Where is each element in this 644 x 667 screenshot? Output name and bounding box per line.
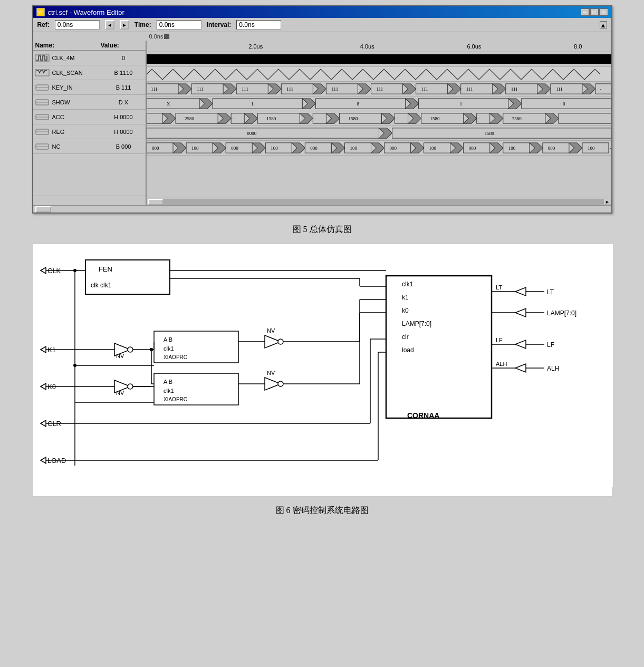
time-label-6us: 6.0us <box>467 43 481 50</box>
svg-text:1580: 1580 <box>266 117 276 122</box>
svg-rect-46 <box>147 99 199 109</box>
svg-text:LOAD: LOAD <box>47 457 66 465</box>
minimize-button[interactable]: ─ <box>581 8 589 16</box>
signal-row-clkscan: CLK_SCAN B 1110 <box>33 65 146 80</box>
svg-text:2580: 2580 <box>185 117 195 122</box>
panel-header: Name: Value: <box>33 41 146 51</box>
svg-text:LAMP[7:0]: LAMP[7:0] <box>547 310 576 317</box>
show-wave: X 1 8 1 0 <box>147 96 611 111</box>
svg-rect-105 <box>265 143 292 153</box>
svg-text:100: 100 <box>350 146 357 151</box>
svg-marker-101 <box>213 143 226 153</box>
time-label-2us: 2.0us <box>248 43 263 50</box>
acc-value: H 0000 <box>104 114 143 120</box>
svg-text:LT: LT <box>547 288 554 296</box>
show-name: SHOW <box>52 99 104 105</box>
maximize-button[interactable]: □ <box>590 8 599 16</box>
acc-icon <box>35 113 50 121</box>
clk4m-value: 0 <box>104 55 143 61</box>
svg-text:NV: NV <box>267 370 275 376</box>
svg-text:000: 000 <box>310 146 318 151</box>
svg-marker-77 <box>381 113 395 123</box>
svg-text:X: X <box>167 102 170 107</box>
svg-rect-55 <box>418 99 508 109</box>
clk4m-wave <box>147 52 611 66</box>
svg-text:100: 100 <box>191 146 199 151</box>
wave-clkscan <box>147 67 611 82</box>
svg-text:100: 100 <box>271 146 278 151</box>
svg-rect-23 <box>281 84 313 94</box>
bottom-panel <box>33 205 611 212</box>
svg-marker-40 <box>537 84 550 94</box>
app-icon: W <box>36 8 45 16</box>
svg-marker-19 <box>223 84 236 94</box>
svg-marker-107 <box>292 143 305 153</box>
svg-text:111: 111 <box>376 87 383 92</box>
signal-row-keyin: KEY_IN B 111 <box>33 80 146 95</box>
svg-rect-52 <box>315 99 405 109</box>
prev-button[interactable]: ◄ <box>105 20 114 30</box>
svg-text:CORNAA: CORNAA <box>407 411 439 420</box>
keyin-wave: 111 111 111 111 111 111 <box>147 82 611 96</box>
svg-rect-32 <box>416 84 447 94</box>
svg-text:000: 000 <box>152 146 159 151</box>
cursor-time-label: 0.0ns <box>149 33 164 40</box>
svg-text:-: - <box>396 117 398 121</box>
svg-text:-: - <box>314 117 316 121</box>
title-bar-left: W ctrl.scf - Waveform Editor <box>36 8 124 16</box>
ref-input[interactable] <box>55 20 100 30</box>
scroll-thumb[interactable] <box>148 199 164 205</box>
svg-marker-31 <box>402 84 416 94</box>
wave-scrollbar[interactable]: ► <box>147 198 611 205</box>
svg-marker-122 <box>489 143 503 153</box>
toolbar: Ref: ◄ ► Time: Interval: ▲ <box>33 18 611 32</box>
nc-wave: 000 100 000 100 000 100 <box>147 141 611 155</box>
svg-rect-81 <box>421 113 463 123</box>
wave-header: 2.0us 4.0us 6.0us 8.0 <box>147 41 611 52</box>
wave-clk4m <box>147 52 611 67</box>
scroll-track[interactable] <box>164 199 604 205</box>
svg-rect-102 <box>226 143 252 153</box>
window-controls[interactable]: ─ □ × <box>581 8 608 16</box>
svg-text:LAMP[7:0]: LAMP[7:0] <box>402 320 431 327</box>
svg-marker-68 <box>244 113 257 123</box>
svg-text:clk   clk1: clk clk1 <box>91 282 112 289</box>
signal-row-acc: ACC H 0000 <box>33 110 146 124</box>
time-marker-row: 0.0ns <box>33 32 611 41</box>
svg-text:load: load <box>402 346 414 354</box>
svg-marker-89 <box>545 113 558 123</box>
signal-row-nc: NC B 000 <box>33 139 146 154</box>
next-button[interactable]: ► <box>120 20 129 30</box>
svg-text:111: 111 <box>286 87 293 92</box>
scroll-up[interactable]: ▲ <box>600 21 607 28</box>
svg-rect-69 <box>257 113 300 123</box>
wave-acc: - 2580 - 1580 - 1580 <box>147 111 611 126</box>
svg-text:111: 111 <box>242 87 248 92</box>
keyin-name: KEY_IN <box>52 84 104 91</box>
waveform-container: Name: Value: CLK_4M 0 CLK_SCAN B 1110 <box>33 41 611 205</box>
svg-rect-35 <box>460 84 492 94</box>
svg-text:000: 000 <box>468 146 476 151</box>
svg-text:100: 100 <box>508 146 515 151</box>
svg-point-211 <box>278 339 283 344</box>
scroll-right[interactable]: ► <box>604 199 611 205</box>
interval-input[interactable] <box>236 20 281 30</box>
svg-text:LT: LT <box>496 284 502 291</box>
wave-keyin: 111 111 111 111 111 111 <box>147 82 611 96</box>
time-label: Time: <box>134 21 151 28</box>
bottom-scroll[interactable] <box>35 206 51 212</box>
waveform-window: W ctrl.scf - Waveform Editor ─ □ × Ref: … <box>32 5 612 214</box>
time-input[interactable] <box>157 20 201 30</box>
acc-wave: - 2580 - 1580 - 1580 <box>147 111 611 125</box>
time-label-4us: 4.0us <box>360 43 374 50</box>
svg-rect-20 <box>236 84 268 94</box>
svg-rect-120 <box>463 143 489 153</box>
svg-text:A        B: A B <box>164 379 172 385</box>
wave-reg: 0000 1580 <box>147 126 611 141</box>
close-button[interactable]: × <box>600 8 608 16</box>
svg-marker-98 <box>173 143 186 153</box>
svg-rect-96 <box>147 143 173 153</box>
circuit-diagram: CLK K1 K0 CLR LOAD FEN clk clk1 <box>32 244 612 497</box>
clkscan-name: CLK_SCAN <box>52 70 104 76</box>
svg-marker-113 <box>371 143 384 153</box>
